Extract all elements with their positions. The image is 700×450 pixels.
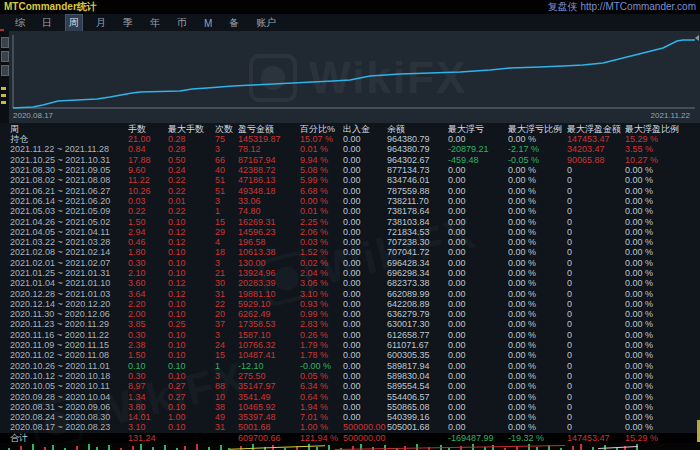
table-row[interactable]: 2021.01.04 ~ 2021.01.103.600.123020283.3… [0,278,700,288]
table-row[interactable]: 2020.11.09 ~ 2020.11.152.380.102410766.3… [0,340,700,350]
table-row[interactable]: 2021.08.02 ~ 2021.08.0811.220.225147186.… [0,175,700,185]
cell: 0.30 [128,371,168,381]
cell: 2.83 % [300,319,343,329]
cell: 0.00 [343,196,387,206]
table-row[interactable]: 2020.10.05 ~ 2020.10.118.970.278835147.9… [0,381,700,391]
cell: 10.27 % [625,155,700,165]
table-row[interactable]: 2020.10.26 ~ 2020.11.010.100.101-12.10-0… [0,361,700,371]
cell: 40 [215,165,238,175]
table-row[interactable]: 2020.09.28 ~ 2020.10.041.340.27103541.49… [0,391,700,401]
title-bar: MTCommander统计 复盘侠 http://MTCommander.com [0,0,700,14]
total-row[interactable]: 合计131.24609700.66121.94 %500000.00-16948… [0,433,700,444]
table-row[interactable]: 2020.11.30 ~ 2020.12.062.000.10206262.49… [0,309,700,319]
cell: 0.00 % [625,247,700,257]
cell: 0 [567,165,625,175]
menu-item-日[interactable]: 日 [39,15,55,31]
header-cell[interactable]: 手数 [128,124,168,134]
table-row[interactable]: 2020.08.31 ~ 2020.09.063.800.103810465.9… [0,402,700,412]
table-row[interactable]: 2021.06.14 ~ 2021.06.200.030.01333.060.0… [0,196,700,206]
menu-item-月[interactable]: 月 [93,15,109,31]
yellow-fragment [1,87,6,90]
table-row[interactable]: 2021.04.05 ~ 2021.04.112.940.122914596.2… [0,227,700,237]
cell: 964380.79 [387,144,448,154]
table-row[interactable]: 2020.11.02 ~ 2020.11.081.500.101510487.4… [0,350,700,360]
header-cell[interactable]: 余额 [387,124,448,134]
table-row[interactable]: 持仓21.000.2875145319.8715.07 %0.00964380.… [0,134,700,144]
cell: 0.10 [168,361,215,371]
cell: 0.00 % [508,289,567,299]
table-row[interactable]: 2020.12.14 ~ 2020.12.202.200.10225929.10… [0,299,700,309]
table-row[interactable]: 2021.03.22 ~ 2021.03.280.460.124196.580.… [0,237,700,247]
cell: 0.10 [168,371,215,381]
cell: 0.00 [448,392,508,402]
table-row[interactable]: 2021.06.21 ~ 2021.06.2710.260.225149348.… [0,185,700,195]
cell: 9.94 % [300,155,343,165]
cell: 0.00 [343,289,387,299]
table-row[interactable]: 2021.11.22 ~ 2021.11.280.840.28378.120.0… [0,144,700,154]
cell: 964302.67 [387,155,448,165]
table-row[interactable]: 2020.11.23 ~ 2020.11.293.850.253717358.5… [0,319,700,329]
menu-item-币[interactable]: 币 [174,15,190,31]
chart-scroll-arrow-icon[interactable] [695,35,699,41]
table-row[interactable]: 2021.02.08 ~ 2021.02.141.800.101810613.3… [0,247,700,257]
cell: 636279.79 [387,309,448,319]
brand-link[interactable]: 复盘侠 http://MTCommander.com [548,0,700,14]
table-row[interactable]: 2020.10.12 ~ 2020.10.180.300.103275.500.… [0,371,700,381]
table-row[interactable]: 2020.08.24 ~ 2020.08.3014.011.004935397.… [0,412,700,422]
cell: 2021.01.25 ~ 2021.01.31 [10,268,128,278]
menu-item-综[interactable]: 综 [12,15,28,31]
header-cell[interactable]: 盈亏金额 [238,124,300,134]
table-row[interactable]: 2021.04.26 ~ 2021.05.021.500.101516269.3… [0,216,700,226]
header-cell[interactable]: 最大浮亏比例 [508,124,567,134]
cell: 51 [215,175,238,185]
cell: 0.00 % [625,422,700,432]
cell: 0 [567,350,625,360]
cell: 2021.01.04 ~ 2021.01.10 [10,278,128,288]
menu-item-账户[interactable]: 账户 [253,15,279,31]
cell: 3.10 [128,422,168,432]
cell: 0.01 % [300,206,343,216]
header-cell[interactable]: 出入金 [343,124,387,134]
cell: 0.00 % [625,319,700,329]
table-row[interactable]: 2021.08.30 ~ 2021.09.059.600.244042388.7… [0,165,700,175]
cell: 275.50 [238,371,300,381]
header-cell[interactable]: 最大浮亏 [448,124,508,134]
table-row[interactable]: 2020.12.28 ~ 2021.01.033.640.123119881.1… [0,288,700,298]
table-row[interactable]: 2021.05.03 ~ 2021.05.090.220.22174.800.0… [0,206,700,216]
menu-item-M[interactable]: M [201,17,215,30]
header-cell[interactable]: 次数 [215,124,238,134]
header-cell[interactable]: 最大浮盈金额 [567,124,625,134]
cell: 0.00 [448,350,508,360]
cell: 10766.32 [238,340,300,350]
cell: 0.00 [448,340,508,350]
cell: 0.00 % [508,134,567,144]
cell: 0.00 % [625,330,700,340]
table-row[interactable]: 2020.08.17 ~ 2020.08.233.100.10315001.68… [0,422,700,432]
menu-item-备[interactable]: 备 [226,15,242,31]
header-cell[interactable]: 周 [10,124,128,134]
header-cell[interactable]: 最大手数 [168,124,215,134]
menu-item-年[interactable]: 年 [147,15,163,31]
table-row[interactable]: 2021.02.01 ~ 2021.02.070.300.103130.000.… [0,258,700,268]
cell: 0.00 % [508,206,567,216]
cell: 721834.53 [387,227,448,237]
cell: 0.00 % [625,412,700,422]
menu-item-周[interactable]: 周 [66,15,82,31]
cell: 0.00 % [625,278,700,288]
cell: 0.00 [343,258,387,268]
menu-item-季[interactable]: 季 [120,15,136,31]
cell: 0.00 % [508,392,567,402]
header-cell[interactable]: 最大浮盈比例 [625,124,700,134]
cell: 2.20 [128,299,168,309]
cell: 0.00 [343,268,387,278]
cell: 13924.96 [238,268,300,278]
window-fragment-icon [1,51,9,62]
table-row[interactable]: 2021.01.25 ~ 2021.01.312.100.102113924.9… [0,268,700,278]
header-cell[interactable]: 百分比% [300,124,343,134]
cell: 0 [567,422,625,432]
table-row[interactable]: 2020.11.16 ~ 2020.11.220.300.1031587.100… [0,330,700,340]
table-row[interactable]: 2021.10.25 ~ 2021.10.3117.880.506687167.… [0,155,700,165]
cell: 0.00 % [625,340,700,350]
cell: 0.10 [168,299,215,309]
cell: 0.22 [168,206,215,216]
